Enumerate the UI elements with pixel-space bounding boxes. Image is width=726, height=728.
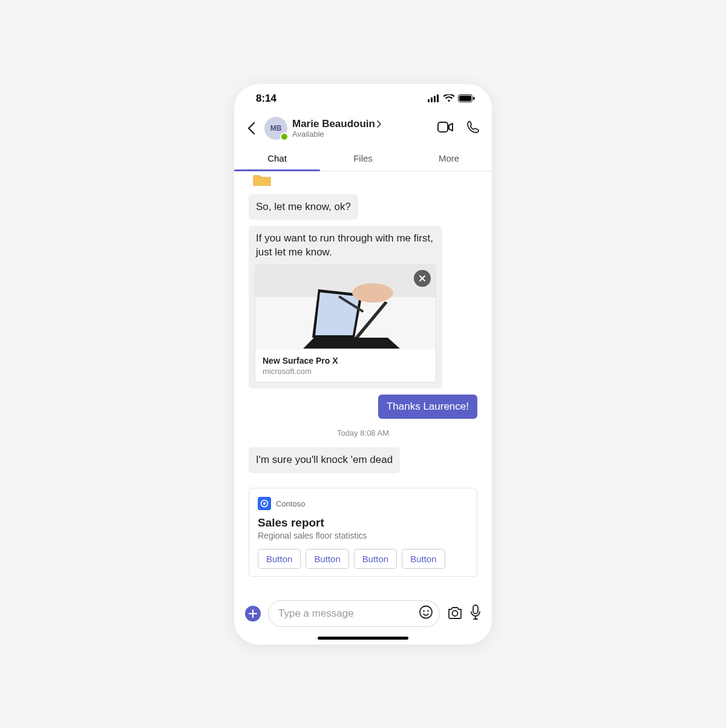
avatar-initials: MB <box>270 124 282 133</box>
svg-rect-6 <box>473 97 475 100</box>
camera-button[interactable] <box>447 606 463 621</box>
svg-point-19 <box>453 611 458 616</box>
contact-info[interactable]: Marie Beaudouin Available <box>292 118 433 139</box>
card-button[interactable]: Button <box>354 549 397 569</box>
svg-point-12 <box>352 283 393 303</box>
card-app-name: Contoso <box>276 499 305 508</box>
message-out[interactable]: Thanks Laurence! <box>378 395 477 419</box>
status-icons <box>428 94 475 102</box>
message-input-wrapper <box>268 600 440 627</box>
chevron-right-icon <box>376 120 382 128</box>
add-button[interactable] <box>245 606 261 621</box>
home-indicator[interactable] <box>318 637 408 640</box>
mic-button[interactable] <box>470 605 481 623</box>
card-button[interactable]: Button <box>402 549 445 569</box>
svg-point-18 <box>427 610 429 612</box>
message-input[interactable] <box>278 601 413 626</box>
contact-name: Marie Beaudouin <box>292 118 433 130</box>
close-preview-button[interactable] <box>414 270 431 287</box>
phone-frame: 8:14 MB Marie Beaudouin Available <box>234 84 492 644</box>
adaptive-card: Contoso Sales report Regional sales floo… <box>249 488 477 577</box>
link-preview-image <box>255 265 436 350</box>
folder-icon <box>252 174 477 188</box>
emoji-icon <box>419 605 433 619</box>
chevron-left-icon <box>247 122 255 135</box>
card-subtitle: Regional sales floor statistics <box>258 531 468 540</box>
card-header: Contoso <box>258 497 468 510</box>
svg-rect-0 <box>428 99 430 102</box>
signal-icon <box>428 94 440 102</box>
message-text: If you want to run through with me first… <box>255 232 436 264</box>
header-actions <box>437 120 480 136</box>
svg-point-15 <box>263 502 266 505</box>
card-button[interactable]: Button <box>306 549 348 569</box>
card-title: Sales report <box>258 516 468 530</box>
audio-call-button[interactable] <box>466 120 480 136</box>
video-call-button[interactable] <box>437 121 453 136</box>
message-in-rich[interactable]: If you want to run through with me first… <box>249 226 442 389</box>
status-time: 8:14 <box>256 93 276 105</box>
link-source: microsoft.com <box>263 367 428 376</box>
svg-point-16 <box>420 606 432 618</box>
plus-icon <box>249 609 257 618</box>
chat-body: So, let me know, ok? If you want to run … <box>234 171 492 594</box>
tabs: Chat Files More <box>234 146 492 171</box>
avatar[interactable]: MB <box>264 117 287 140</box>
svg-rect-20 <box>473 605 478 614</box>
card-button[interactable]: Button <box>258 549 301 569</box>
svg-rect-1 <box>431 97 433 102</box>
message-in[interactable]: So, let me know, ok? <box>249 194 358 220</box>
back-button[interactable] <box>243 122 260 135</box>
link-title: New Surface Pro X <box>263 356 428 366</box>
card-buttons: Button Button Button Button <box>258 549 468 569</box>
tab-files[interactable]: Files <box>320 146 406 171</box>
timestamp-divider: Today 8:08 AM <box>249 425 477 441</box>
tab-more[interactable]: More <box>406 146 492 171</box>
link-meta: New Surface Pro X microsoft.com <box>255 350 436 382</box>
emoji-button[interactable] <box>419 605 433 622</box>
camera-icon <box>447 606 463 619</box>
mic-icon <box>470 605 481 620</box>
svg-point-17 <box>423 610 425 612</box>
close-icon <box>419 275 426 282</box>
chat-header: MB Marie Beaudouin Available <box>234 113 492 146</box>
tab-chat[interactable]: Chat <box>234 146 320 171</box>
wifi-icon <box>443 94 454 102</box>
presence-available-icon <box>280 133 289 141</box>
svg-rect-3 <box>437 94 439 102</box>
status-bar: 8:14 <box>234 84 492 113</box>
svg-rect-5 <box>459 96 471 101</box>
svg-rect-7 <box>438 122 448 132</box>
video-icon <box>437 121 453 133</box>
svg-marker-8 <box>303 338 400 349</box>
link-preview-card[interactable]: New Surface Pro X microsoft.com <box>255 264 436 382</box>
svg-rect-2 <box>434 96 436 103</box>
compose-bar <box>234 594 492 631</box>
contact-status: Available <box>292 130 433 139</box>
battery-icon <box>458 94 475 102</box>
message-in[interactable]: I'm sure you'll knock 'em dead <box>249 447 400 473</box>
app-icon <box>258 497 271 510</box>
phone-icon <box>466 120 480 134</box>
svg-marker-11 <box>315 292 359 335</box>
